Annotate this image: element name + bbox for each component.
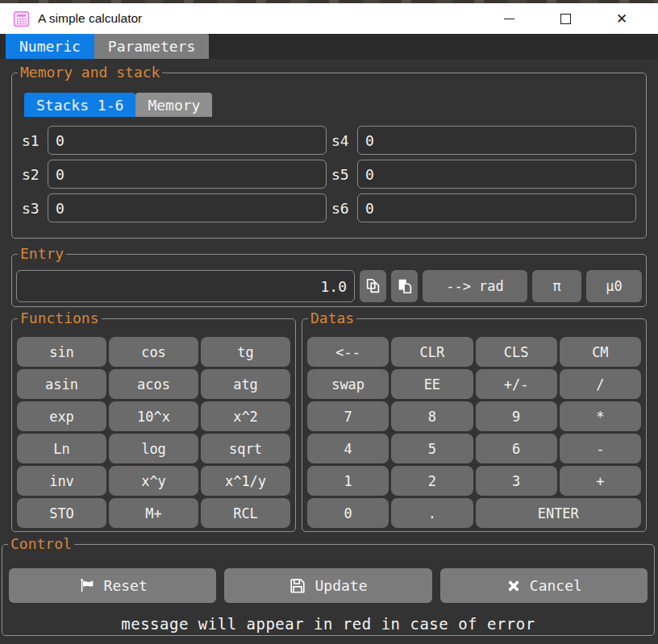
control-title: Control xyxy=(8,535,74,553)
stack-input-s5[interactable] xyxy=(357,160,636,189)
status-message: message will appear in red in case of er… xyxy=(9,615,648,633)
stack-label-s5: s5 xyxy=(331,166,357,183)
key-atg[interactable]: atg xyxy=(201,369,290,399)
key-multiply[interactable]: * xyxy=(560,401,641,431)
key-xpow1overy[interactable]: x^1/y xyxy=(201,466,290,496)
mu0-button[interactable]: µ0 xyxy=(586,270,642,302)
functions-grid: sin cos tg asin acos atg exp 10^x x^2 Ln… xyxy=(17,337,290,528)
to-rad-button[interactable]: --> rad xyxy=(423,270,527,302)
key-log[interactable]: log xyxy=(109,434,198,463)
key-8[interactable]: 8 xyxy=(391,401,473,431)
reset-label: Reset xyxy=(104,577,148,594)
key-decimal[interactable]: . xyxy=(391,498,473,528)
cancel-label: Cancel xyxy=(530,577,582,594)
key-tg[interactable]: tg xyxy=(201,337,290,367)
datas-groupbox: Datas <-- CLR CLS CM swap EE +/- / 7 8 9… xyxy=(302,318,647,532)
key-ee[interactable]: EE xyxy=(391,369,473,399)
control-row: Reset Update xyxy=(9,568,648,603)
key-backspace[interactable]: <-- xyxy=(307,337,389,367)
key-exp[interactable]: exp xyxy=(17,401,106,431)
key-enter[interactable]: ENTER xyxy=(476,498,642,528)
maximize-icon xyxy=(560,14,571,24)
key-plus[interactable]: + xyxy=(560,466,641,496)
key-divide[interactable]: / xyxy=(560,369,641,399)
key-xsquared[interactable]: x^2 xyxy=(201,401,290,431)
key-cos[interactable]: cos xyxy=(109,337,198,367)
key-clr[interactable]: CLR xyxy=(391,337,473,367)
minimize-button[interactable] xyxy=(481,3,537,34)
tab-parameters[interactable]: Parameters xyxy=(94,34,209,59)
key-3[interactable]: 3 xyxy=(476,466,557,496)
minimize-icon xyxy=(504,19,514,19)
key-cm[interactable]: CM xyxy=(560,337,641,367)
stack-input-s4[interactable] xyxy=(357,126,636,155)
key-asin[interactable]: asin xyxy=(17,369,106,399)
stack-input-s2[interactable] xyxy=(48,160,327,189)
tab-stacks-1-6[interactable]: Stacks 1-6 xyxy=(24,93,135,117)
stack-grid: s1 s4 s2 s5 s3 xyxy=(22,126,636,222)
memory-stack-groupbox: Memory and stack Stacks 1-6 Memory s1 s4… xyxy=(11,73,647,239)
cancel-x-icon xyxy=(506,578,522,594)
key-0[interactable]: 0 xyxy=(307,498,389,528)
pi-button[interactable]: π xyxy=(532,270,581,302)
key-sqrt[interactable]: sqrt xyxy=(201,434,290,463)
key-acos[interactable]: acos xyxy=(109,369,198,399)
stack-row-s2: s2 xyxy=(22,160,327,189)
stack-row-s6: s6 xyxy=(331,193,636,222)
tab-memory[interactable]: Memory xyxy=(135,93,212,117)
stack-input-s3[interactable] xyxy=(48,193,327,222)
stack-row-s4: s4 xyxy=(331,126,636,155)
key-4[interactable]: 4 xyxy=(307,434,389,463)
copy-button[interactable] xyxy=(360,270,386,302)
key-6[interactable]: 6 xyxy=(476,434,557,463)
key-7[interactable]: 7 xyxy=(307,401,389,431)
key-9[interactable]: 9 xyxy=(476,401,557,431)
paste-icon xyxy=(396,277,414,295)
key-swap[interactable]: swap xyxy=(307,369,389,399)
key-5[interactable]: 5 xyxy=(391,434,473,463)
control-groupbox: Control Reset xyxy=(2,544,655,636)
reset-button[interactable]: Reset xyxy=(9,568,216,603)
key-ln[interactable]: Ln xyxy=(17,434,106,463)
stack-input-s1[interactable] xyxy=(48,126,327,155)
key-2[interactable]: 2 xyxy=(391,466,473,496)
tab-numeric[interactable]: Numeric xyxy=(6,34,94,59)
stack-label-s6: s6 xyxy=(331,200,357,217)
functions-title: Functions xyxy=(18,310,102,327)
stack-row-s3: s3 xyxy=(22,193,327,222)
entry-groupbox: Entry xyxy=(11,254,647,307)
key-minus[interactable]: - xyxy=(560,434,641,463)
stack-tabbar: Stacks 1-6 Memory xyxy=(24,93,636,117)
cancel-button[interactable]: Cancel xyxy=(440,568,648,603)
key-xpowy[interactable]: x^y xyxy=(109,466,198,496)
paste-button[interactable] xyxy=(391,270,418,302)
stack-label-s4: s4 xyxy=(331,132,357,149)
main-tabbar: Numeric Parameters xyxy=(0,34,658,59)
numeric-panel: Memory and stack Stacks 1-6 Memory s1 s4… xyxy=(0,59,658,644)
stack-row-s5: s5 xyxy=(331,160,636,189)
key-sto[interactable]: STO xyxy=(17,498,106,528)
key-mplus[interactable]: M+ xyxy=(109,498,198,528)
stack-label-s2: s2 xyxy=(22,166,48,183)
key-rcl[interactable]: RCL xyxy=(201,498,290,528)
stack-input-s6[interactable] xyxy=(357,193,636,222)
memory-stack-title: Memory and stack xyxy=(18,64,162,81)
keypad-row: Functions sin cos tg asin acos atg exp 1… xyxy=(11,318,647,532)
key-1[interactable]: 1 xyxy=(307,466,389,496)
close-button[interactable]: ✕ xyxy=(593,3,650,34)
titlebar: A simple calculator ✕ xyxy=(0,3,658,34)
key-inv[interactable]: inv xyxy=(17,466,106,496)
update-button[interactable]: Update xyxy=(224,568,431,603)
entry-row: --> rad π µ0 xyxy=(16,270,642,302)
flag-icon xyxy=(78,577,96,595)
maximize-button[interactable] xyxy=(537,3,593,34)
entry-input[interactable] xyxy=(16,270,355,302)
stack-label-s3: s3 xyxy=(22,200,48,217)
key-sin[interactable]: sin xyxy=(17,337,106,367)
key-10powx[interactable]: 10^x xyxy=(109,401,198,431)
functions-groupbox: Functions sin cos tg asin acos atg exp 1… xyxy=(11,318,296,532)
close-icon: ✕ xyxy=(616,12,627,26)
key-cls[interactable]: CLS xyxy=(476,337,557,367)
key-plusminus[interactable]: +/- xyxy=(476,369,557,399)
save-icon xyxy=(289,577,306,595)
